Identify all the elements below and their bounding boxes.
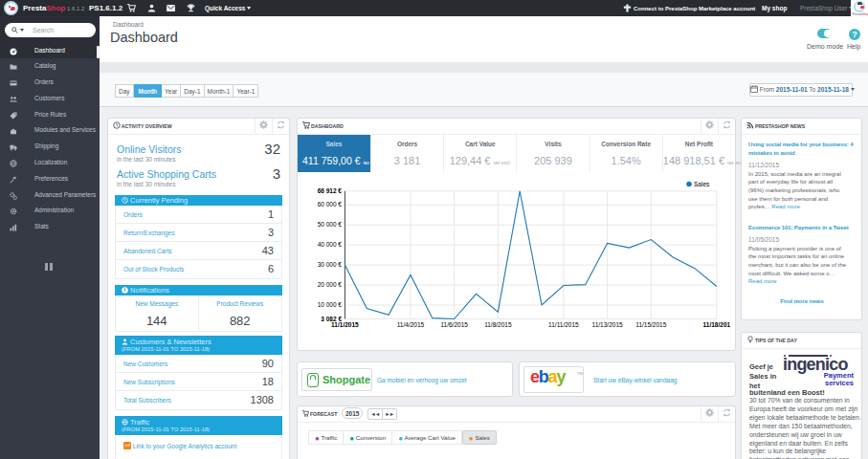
svg-text:Sales: Sales: [694, 181, 710, 187]
svg-text:11/13/2015: 11/13/2015: [592, 321, 623, 328]
svg-text:60 000 €: 60 000 €: [318, 201, 343, 208]
svg-text:20 000 €: 20 000 €: [318, 281, 343, 288]
svg-text:66 912 €: 66 912 €: [318, 187, 343, 194]
svg-text:11/6/2015: 11/6/2015: [440, 321, 468, 328]
svg-text:40 000 €: 40 000 €: [318, 241, 343, 248]
svg-text:11/11/2015: 11/11/2015: [548, 321, 579, 328]
svg-text:11/18/201: 11/18/201: [703, 321, 731, 328]
svg-text:50 000 €: 50 000 €: [318, 221, 343, 228]
svg-text:11/15/2015: 11/15/2015: [635, 321, 666, 328]
svg-text:30 000 €: 30 000 €: [318, 261, 343, 268]
svg-text:10 000 €: 10 000 €: [318, 301, 343, 308]
svg-text:11/1/2015: 11/1/2015: [331, 321, 359, 328]
svg-text:11/8/2015: 11/8/2015: [484, 321, 512, 328]
svg-text:11/4/2015: 11/4/2015: [397, 321, 425, 328]
